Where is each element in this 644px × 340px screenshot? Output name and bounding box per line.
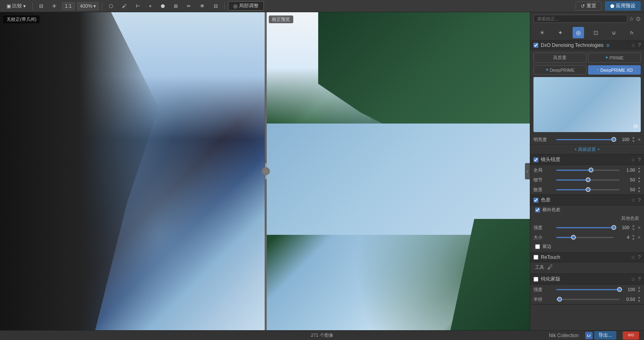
vignetting-radius-row: 半径 0.50 ▲▼ xyxy=(530,294,644,304)
aberration-star-icon[interactable]: ☆ xyxy=(631,197,635,203)
denoising-star-icon[interactable]: ☆ xyxy=(631,42,635,48)
size-slider-row: 大小 4 ▲▼ ✕ xyxy=(530,232,644,242)
vignetting-radius-slider[interactable] xyxy=(556,299,620,300)
crop-tool-button[interactable]: ⬡ xyxy=(106,2,116,10)
fx-icon[interactable]: fx xyxy=(626,27,637,38)
vignetting-header[interactable]: 钝化家版 ☆ ? xyxy=(530,274,644,285)
preview-refresh-icon[interactable]: ⟳ xyxy=(633,123,638,130)
global-slider[interactable] xyxy=(556,170,620,171)
point-button[interactable]: ⌖ xyxy=(146,2,155,10)
lens-sharpness-header[interactable]: 镜头锐度 ☆ ? xyxy=(530,155,644,165)
light-icon[interactable]: ☀ xyxy=(537,27,548,38)
aberration-checkbox[interactable] xyxy=(533,198,538,203)
color-icon[interactable]: ✦ xyxy=(555,27,566,38)
tab-high-quality[interactable]: 高质量 xyxy=(533,53,586,63)
bokeh-slider[interactable] xyxy=(556,189,620,190)
watermark-logo: 华印 xyxy=(623,331,639,340)
intensity-slider-row: 强度 100 ▲▼ ✕ xyxy=(530,223,644,232)
lateral-checkbox-row: 横向色差 xyxy=(530,205,644,214)
denoising-header[interactable]: DxO Denoising Technologies ⚙ ☆ ? xyxy=(530,40,644,50)
vignetting-star-icon[interactable]: ☆ xyxy=(631,276,635,282)
brightness-reset-icon[interactable]: ✕ xyxy=(637,137,641,142)
size-thumb[interactable] xyxy=(571,235,576,240)
export-button[interactable]: 导出... xyxy=(594,331,616,340)
brightness-thumb[interactable] xyxy=(611,137,616,142)
right-image-canvas xyxy=(266,12,530,330)
retouch-tools-row: 工具 🖊 xyxy=(530,262,644,272)
zoom-dropdown-arrow: ▾ xyxy=(93,3,96,9)
reset-button[interactable]: ↺ 重置 xyxy=(575,1,602,11)
vignetting-intensity-slider[interactable] xyxy=(556,289,620,290)
panel-divider[interactable]: ··· xyxy=(265,12,267,330)
image-count: 271 个图像 xyxy=(311,332,333,338)
lens-star-icon[interactable]: ☆ xyxy=(631,157,635,163)
measure-icon: ⊢ xyxy=(136,3,140,9)
search-icons: ☆ ⊙ xyxy=(629,15,641,22)
retouch-checkbox[interactable] xyxy=(533,255,538,260)
panel-collapse-button[interactable]: ‹ xyxy=(525,163,530,179)
retouch-help-icon[interactable]: ? xyxy=(638,254,641,260)
detail-arrows[interactable]: ▲▼ xyxy=(637,176,641,183)
size-reset-icon[interactable]: ✕ xyxy=(637,235,641,240)
grid-button[interactable]: ⊞ xyxy=(170,2,181,10)
search-area: ☆ ⊙ xyxy=(530,12,644,25)
star-icon[interactable]: ☆ xyxy=(629,15,634,22)
retouch-header[interactable]: ReTouch ☆ ? xyxy=(530,253,644,262)
search-input[interactable] xyxy=(533,15,627,23)
denoising-help-icon[interactable]: ? xyxy=(638,42,641,48)
apply-preset-button[interactable]: ⬟ 应用预设 xyxy=(605,1,641,11)
path-button[interactable]: ⬟ xyxy=(157,2,168,10)
vignetting-intensity-arrows[interactable]: ▲▼ xyxy=(637,286,641,293)
lens-help-icon[interactable]: ? xyxy=(638,157,641,163)
size-slider[interactable] xyxy=(556,237,614,238)
measure-button[interactable]: ⊢ xyxy=(133,2,143,10)
dxo-settings-icon[interactable]: ⚙ xyxy=(606,43,610,48)
intensity-reset-icon[interactable]: ✕ xyxy=(637,225,641,230)
retouch-star-icon[interactable]: ☆ xyxy=(631,254,635,260)
nik-collection-label: Nik Collection xyxy=(549,333,579,338)
vignetting-help-icon[interactable]: ? xyxy=(638,276,641,282)
histogram-button[interactable]: ⊟ xyxy=(210,2,221,10)
geometry-icon[interactable]: ⊡ xyxy=(590,27,602,38)
preview-gradient xyxy=(533,77,641,132)
detail-thumb[interactable] xyxy=(586,177,591,182)
zoom-control[interactable]: 1:1 xyxy=(62,2,75,10)
intensity-slider[interactable] xyxy=(556,227,614,228)
retouch-brush-icon[interactable]: 🖊 xyxy=(547,264,553,270)
compare-button[interactable]: ▣ 比较 ▾ xyxy=(3,2,29,10)
denoising-checkbox[interactable] xyxy=(533,43,538,48)
intensity-arrows[interactable]: ▲▼ xyxy=(632,224,635,231)
size-arrows[interactable]: ▲▼ xyxy=(632,234,635,241)
watermark-icon[interactable]: ⊌ xyxy=(608,27,620,38)
global-arrows[interactable]: ▲▼ xyxy=(637,166,641,174)
tab-deep-prime-xd[interactable]: ✦ DeepPRIME XD xyxy=(588,65,641,75)
lens-checkbox[interactable] xyxy=(533,157,538,162)
toggle-icon[interactable]: ⊙ xyxy=(636,15,641,22)
advanced-settings-button[interactable]: + 高级设置 + xyxy=(530,144,644,154)
move-tool-button[interactable]: ✛ xyxy=(49,2,60,10)
purple-fringe-checkbox[interactable] xyxy=(535,244,540,249)
vignetting-intensity-thumb[interactable] xyxy=(617,287,622,292)
pen-button[interactable]: ✏ xyxy=(184,2,194,10)
aberration-help-icon[interactable]: ? xyxy=(638,197,641,203)
brightness-arrows[interactable]: ▲▼ xyxy=(632,136,635,143)
detail-icon[interactable]: ◎ xyxy=(573,27,584,38)
tab-deep-prime[interactable]: ✦ DeepPRIME xyxy=(533,65,586,75)
lateral-checkbox[interactable] xyxy=(535,208,540,212)
bokeh-arrows[interactable]: ▲▼ xyxy=(637,186,641,193)
split-view-button[interactable]: ⊟ xyxy=(36,2,46,10)
global-thumb[interactable] xyxy=(589,168,593,172)
vignetting-radius-thumb[interactable] xyxy=(557,297,562,302)
bokeh-thumb[interactable] xyxy=(586,187,591,192)
vignetting-radius-arrows[interactable]: ▲▼ xyxy=(637,296,641,303)
eyedropper-button[interactable]: 🖋 xyxy=(119,2,130,10)
brightness-slider[interactable] xyxy=(556,139,614,140)
vignetting-checkbox[interactable] xyxy=(533,277,538,282)
local-adjustment-button[interactable]: ◎ 局部调整 xyxy=(228,1,264,11)
detail-slider[interactable] xyxy=(556,179,620,181)
intensity-thumb[interactable] xyxy=(611,225,616,230)
zoom-percent-control[interactable]: 400% ▾ xyxy=(77,2,99,10)
view-button[interactable]: 👁 xyxy=(197,2,208,10)
aberration-header[interactable]: 色差 ☆ ? xyxy=(530,195,644,205)
tab-prime[interactable]: ✦ PRIME xyxy=(588,53,641,63)
